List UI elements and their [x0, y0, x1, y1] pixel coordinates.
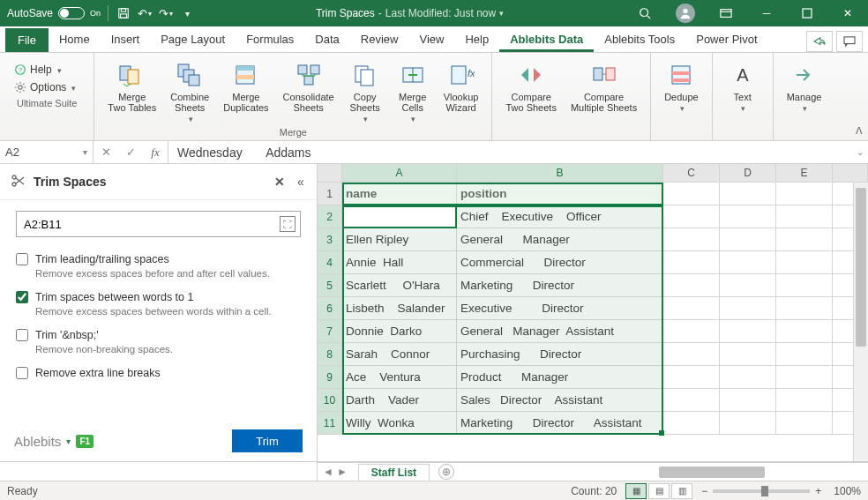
cell[interactable]: [663, 274, 720, 297]
manage-button[interactable]: Manage: [781, 56, 828, 123]
f1-badge[interactable]: F1: [76, 435, 94, 448]
select-range-icon[interactable]: ⛶: [280, 216, 296, 232]
compare-multi-sheets-button[interactable]: Compare Multiple Sheets: [565, 56, 643, 123]
vertical-scrollbar[interactable]: [853, 183, 868, 461]
tab-ablebits-tools[interactable]: Ablebits Tools: [594, 27, 685, 52]
cell[interactable]: [663, 412, 720, 435]
view-page-layout-icon[interactable]: ▤: [648, 483, 670, 499]
checkbox-leading-trailing[interactable]: [16, 253, 28, 265]
search-icon[interactable]: [625, 0, 665, 26]
cell[interactable]: position: [457, 183, 663, 205]
cell[interactable]: [720, 183, 776, 205]
row-header[interactable]: 9: [318, 366, 342, 389]
cell[interactable]: name: [342, 183, 457, 205]
cell[interactable]: [776, 183, 833, 205]
table-row[interactable]: 3 Ellen Ripley General Manager: [318, 228, 868, 251]
table-row[interactable]: 4 Annie Hall Commercial Director: [318, 251, 868, 274]
table-row[interactable]: 9 Ace Ventura Product Manager: [318, 366, 868, 389]
cell[interactable]: Willy Wonka: [342, 412, 457, 435]
autosave-toggle[interactable]: AutoSave On: [7, 7, 101, 19]
cell[interactable]: [776, 297, 833, 320]
tab-view[interactable]: View: [408, 27, 454, 52]
opt-trim-leading-trailing[interactable]: Trim leading/trailing spaces: [16, 253, 301, 265]
table-row[interactable]: 11 Willy Wonka Marketing Director Assist…: [318, 412, 868, 435]
cell[interactable]: [663, 389, 720, 412]
cancel-formula-icon[interactable]: ✕: [94, 141, 118, 163]
cell[interactable]: [776, 366, 833, 389]
cell[interactable]: Sales Director Assistant: [457, 389, 663, 412]
view-page-break-icon[interactable]: ▥: [671, 483, 692, 499]
collapse-ribbon-icon[interactable]: ᐱ: [856, 125, 863, 137]
col-header-B[interactable]: B: [457, 164, 663, 182]
pane-collapse-icon[interactable]: «: [290, 171, 311, 192]
cell[interactable]: Scarlett O'Hara: [342, 274, 457, 297]
zoom-in-icon[interactable]: +: [815, 485, 821, 497]
table-row[interactable]: 10 Darth Vader Sales Director Assistant: [318, 389, 868, 412]
horizontal-scrollbar[interactable]: [654, 465, 853, 480]
copy-sheets-button[interactable]: Copy Sheets: [342, 56, 388, 124]
compare-two-sheets-button[interactable]: Compare Two Sheets: [499, 56, 562, 123]
cell[interactable]: [720, 366, 776, 389]
zoom-slider[interactable]: [713, 489, 810, 493]
cell[interactable]: [663, 366, 720, 389]
tab-data[interactable]: Data: [304, 27, 349, 52]
row-header[interactable]: 1: [318, 183, 342, 205]
cell[interactable]: Donnie Darko: [342, 320, 457, 343]
select-all-corner[interactable]: [318, 164, 342, 182]
cell[interactable]: Wednesday Addams: [342, 205, 457, 228]
tab-home[interactable]: Home: [49, 27, 101, 52]
enter-formula-icon[interactable]: ✓: [118, 141, 143, 163]
row-header[interactable]: 11: [318, 412, 342, 435]
zoom-out-icon[interactable]: −: [701, 485, 707, 497]
tab-ablebits-data[interactable]: Ablebits Data: [499, 27, 594, 52]
cell[interactable]: [720, 412, 776, 435]
checkbox-line-breaks[interactable]: [16, 367, 28, 379]
opt-trim-nbsp[interactable]: Trim '&nbsp;': [16, 329, 301, 341]
cell[interactable]: Product Manager: [457, 366, 663, 389]
opt-remove-line-breaks[interactable]: Remove extra line breaks: [16, 367, 301, 379]
maximize-button[interactable]: [787, 0, 827, 26]
row-header[interactable]: 6: [318, 297, 342, 320]
tab-insert[interactable]: Insert: [101, 27, 151, 52]
table-row[interactable]: 5 Scarlett O'Hara Marketing Director: [318, 274, 868, 297]
consolidate-sheets-button[interactable]: Consolidate Sheets: [277, 56, 340, 124]
tab-file[interactable]: File: [5, 28, 49, 52]
fx-icon[interactable]: fx: [143, 141, 168, 163]
cell[interactable]: [720, 297, 776, 320]
col-header-E[interactable]: E: [776, 164, 833, 182]
zoom-control[interactable]: − + 100%: [701, 485, 861, 497]
worksheet-grid[interactable]: A B C D E 1 name position 2 Wednesday Ad…: [318, 164, 868, 461]
opt-trim-between-words[interactable]: Trim spaces between words to 1: [16, 291, 301, 303]
cell[interactable]: [663, 228, 720, 251]
account-icon[interactable]: [665, 0, 706, 26]
view-normal-icon[interactable]: ▦: [625, 483, 647, 499]
cell[interactable]: [663, 205, 720, 228]
save-icon[interactable]: [116, 5, 131, 21]
cell[interactable]: [663, 183, 720, 205]
cell[interactable]: [776, 228, 833, 251]
col-header-D[interactable]: D: [720, 164, 776, 182]
table-row[interactable]: 6 Lisbeth Salander Executive Director: [318, 297, 868, 320]
tab-page-layout[interactable]: Page Layout: [150, 27, 236, 52]
comments-button[interactable]: [836, 31, 863, 52]
row-header[interactable]: 5: [318, 274, 342, 297]
range-input[interactable]: [16, 211, 301, 237]
cell[interactable]: [720, 320, 776, 343]
merge-cells-button[interactable]: Merge Cells: [390, 56, 436, 124]
cell[interactable]: Annie Hall: [342, 251, 457, 274]
redo-icon[interactable]: ↷▾: [158, 5, 174, 21]
undo-icon[interactable]: ↶▾: [137, 5, 153, 21]
row-header[interactable]: 4: [318, 251, 342, 274]
options-menu[interactable]: Options: [11, 79, 79, 95]
cell[interactable]: [776, 343, 833, 366]
sheet-tab-active[interactable]: Staff List: [358, 464, 430, 481]
cell[interactable]: Darth Vader: [342, 389, 457, 412]
merge-two-tables-button[interactable]: Merge Two Tables: [101, 56, 162, 124]
name-box[interactable]: A2: [0, 141, 94, 163]
cell[interactable]: [663, 343, 720, 366]
cell[interactable]: [720, 205, 776, 228]
cell[interactable]: [720, 343, 776, 366]
tab-formulas[interactable]: Formulas: [236, 27, 304, 52]
combine-sheets-button[interactable]: Combine Sheets: [164, 56, 215, 124]
table-row[interactable]: 8 Sarah Connor Purchasing Director: [318, 343, 868, 366]
